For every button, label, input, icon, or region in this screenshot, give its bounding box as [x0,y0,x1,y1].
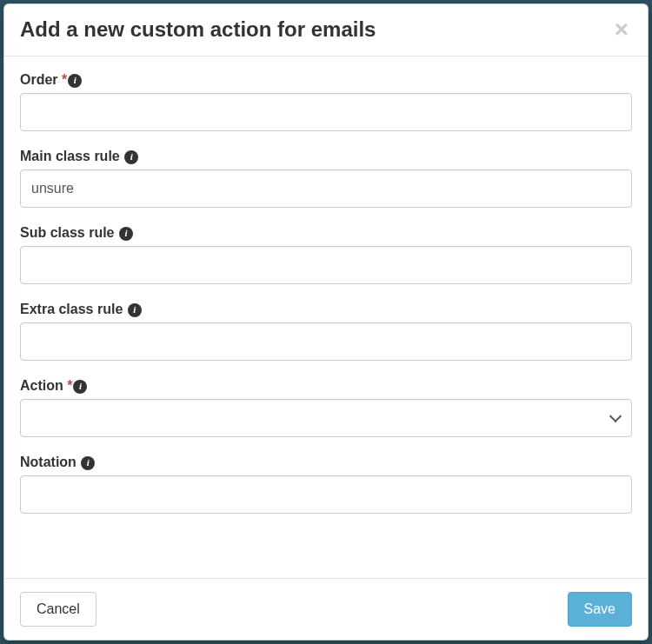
sub-class-rule-input[interactable] [20,246,632,284]
action-label: Action *i [20,378,632,394]
required-indicator: * [67,378,72,393]
notation-input[interactable] [20,475,632,514]
field-action: Action *i [20,378,632,437]
order-label-text: Order [20,72,58,87]
save-button[interactable]: Save [568,592,632,627]
sub-class-rule-label: Sub class rule i [20,225,632,241]
modal-title: Add a new custom action for emails [20,17,611,43]
order-input[interactable] [20,93,632,131]
info-icon[interactable]: i [128,303,142,317]
extra-class-rule-input[interactable] [20,322,632,361]
action-select-wrap [20,399,632,437]
info-icon[interactable]: i [124,150,138,164]
info-icon[interactable]: i [68,74,82,88]
sub-class-rule-label-text: Sub class rule [20,225,115,240]
main-class-rule-label: Main class rule i [20,149,632,164]
field-sub-class-rule: Sub class rule i [20,225,632,284]
action-select[interactable] [20,399,632,437]
modal-header: Add a new custom action for emails × [4,4,648,56]
info-icon[interactable]: i [81,456,95,470]
field-order: Order *i [20,72,632,131]
field-main-class-rule: Main class rule i [20,149,632,208]
field-notation: Notation i [20,455,632,514]
order-label: Order *i [20,72,632,88]
required-indicator: * [62,72,67,87]
main-class-rule-input[interactable] [20,169,632,208]
notation-label-text: Notation [20,455,77,469]
info-icon[interactable]: i [119,227,133,241]
info-icon[interactable]: i [73,380,87,394]
field-extra-class-rule: Extra class rule i [20,302,632,361]
notation-label: Notation i [20,455,632,470]
cancel-button[interactable]: Cancel [20,592,96,627]
modal-footer: Cancel Save [4,578,648,640]
extra-class-rule-label: Extra class rule i [20,302,632,317]
modal-body: Order *i Main class rule i Sub class rul… [4,56,648,578]
action-label-text: Action [20,378,63,393]
add-custom-action-modal: Add a new custom action for emails × Ord… [3,3,649,641]
main-class-rule-label-text: Main class rule [20,149,120,163]
close-icon[interactable]: × [611,17,632,42]
extra-class-rule-label-text: Extra class rule [20,302,123,316]
